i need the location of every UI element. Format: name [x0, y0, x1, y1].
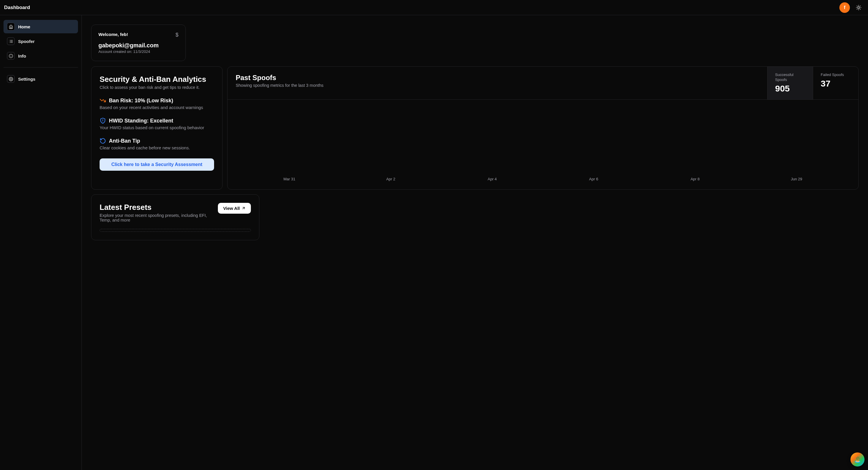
hwid-title: HWID Standing: Excellent [109, 118, 173, 124]
ban-risk-title: Ban Risk: 10% (Low Risk) [109, 98, 173, 104]
sidebar-item-label: Home [18, 24, 30, 29]
security-assessment-button[interactable]: Click here to take a Security Assessment [100, 158, 214, 171]
tip-desc: Clear cookies and cache before new sessi… [100, 145, 214, 150]
sidebar-divider [3, 67, 78, 67]
x-tick: Mar 31 [239, 177, 340, 181]
sidebar-item-home[interactable]: Home [3, 20, 78, 33]
sidebar-item-label: Spoofer [18, 39, 35, 44]
gear-icon [7, 75, 14, 83]
stat-value: 37 [821, 79, 851, 89]
svg-point-8 [10, 78, 11, 80]
x-tick: Apr 2 [340, 177, 441, 181]
arrow-up-right-icon [242, 206, 246, 210]
theme-toggle-button[interactable] [854, 2, 864, 13]
preset-placeholder [100, 229, 251, 232]
stat-label: Failed Spoofs [821, 72, 851, 78]
welcome-card: Welcome, feb! $ gabepoki@gmail.com Accou… [91, 25, 186, 61]
spoofs-chart: Mar 31Apr 2Apr 4Apr 6Apr 8Jun 29 [227, 100, 858, 189]
topbar-actions: f [839, 2, 864, 13]
sidebar-item-settings[interactable]: Settings [3, 72, 78, 86]
x-tick: Jun 29 [746, 177, 847, 181]
currency-symbol: $ [176, 32, 179, 38]
latest-presets-card: Latest Presets Explore your most recent … [91, 194, 259, 240]
sidebar-item-label: Settings [18, 77, 35, 82]
sidebar-item-spoofer[interactable]: Spoofer [3, 34, 78, 48]
stat-label: Successful Spoofs [775, 72, 799, 82]
stat-successful-spoofs[interactable]: Successful Spoofs 905 [767, 67, 813, 99]
stat-value: 905 [775, 84, 805, 93]
security-card: Security & Anti-Ban Analytics Click to a… [91, 66, 222, 190]
account-email: gabepoki@gmail.com [98, 42, 179, 49]
avatar-letter: f [844, 5, 845, 10]
view-all-label: View All [223, 206, 240, 211]
palm-tree-icon: 🏝️ [854, 456, 861, 463]
sidebar-item-label: Info [18, 54, 26, 58]
welcome-greeting: Welcome, feb! [98, 32, 128, 37]
presets-title: Latest Presets [100, 203, 212, 212]
account-created: Account created on: 11/3/2024 [98, 50, 179, 54]
x-tick: Apr 8 [644, 177, 746, 181]
sidebar-item-info[interactable]: Info [3, 49, 78, 63]
spoofs-title: Past Spoofs [236, 74, 759, 82]
tip-title: Anti-Ban Tip [109, 138, 140, 144]
home-icon [7, 23, 14, 30]
security-title: Security & Anti-Ban Analytics [100, 75, 214, 84]
page-title: Dashboard [4, 5, 30, 10]
ban-risk-desc: Based on your recent activities and acco… [100, 105, 214, 110]
past-spoofs-card: Past Spoofs Showing spoofing metrics for… [227, 66, 859, 190]
shield-alert-icon [100, 117, 106, 124]
sidebar: Home Spoofer Info Settings [0, 15, 82, 470]
refresh-icon [100, 138, 106, 144]
stat-failed-spoofs[interactable]: Failed Spoofs 37 [813, 67, 858, 99]
info-icon [7, 52, 14, 60]
x-tick: Apr 6 [543, 177, 644, 181]
main-content: Welcome, feb! $ gabepoki@gmail.com Accou… [82, 15, 868, 470]
view-all-button[interactable]: View All [218, 203, 251, 214]
trending-down-icon [100, 97, 106, 104]
x-tick: Apr 4 [442, 177, 543, 181]
spoofs-subtitle: Showing spoofing metrics for the last 3 … [236, 83, 759, 88]
topbar: Dashboard f [0, 0, 868, 15]
floating-badge[interactable]: 🏝️ [850, 452, 865, 467]
sun-icon [856, 5, 862, 10]
spoofs-header: Past Spoofs Showing spoofing metrics for… [227, 67, 858, 100]
security-subtitle: Click to assess your ban risk and get ti… [100, 85, 214, 90]
avatar[interactable]: f [839, 2, 850, 13]
svg-line-9 [243, 207, 244, 209]
hwid-desc: Your HWID status based on current spoofi… [100, 125, 214, 130]
list-icon [7, 37, 14, 45]
presets-subtitle: Explore your most recent spoofing preset… [100, 213, 212, 223]
svg-point-0 [858, 6, 860, 8]
